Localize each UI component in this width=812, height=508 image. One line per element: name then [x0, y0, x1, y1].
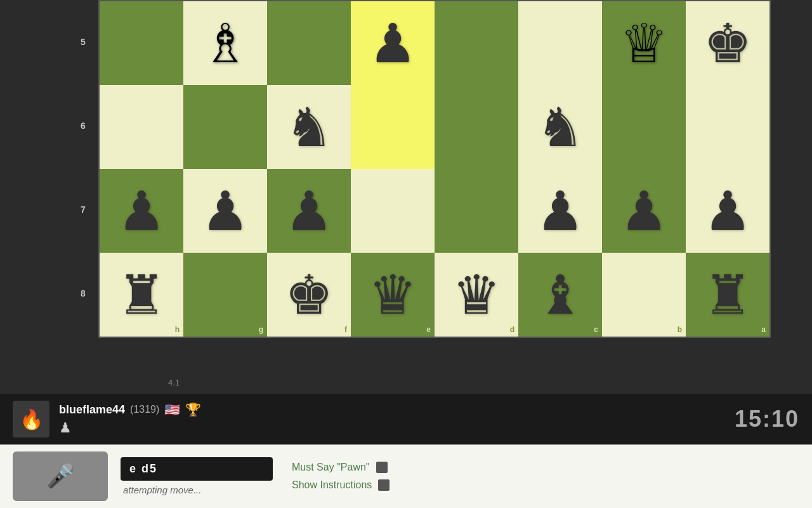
cell-c7: ♟: [518, 169, 602, 253]
rank-label-7: 7: [81, 168, 86, 251]
cell-c6: ♞: [518, 85, 602, 169]
must-say-pawn-label: Must Say "Pawn": [292, 462, 370, 473]
options-area: Must Say "Pawn" Show Instructions: [292, 462, 390, 491]
cell-h8: ♜ h: [100, 253, 183, 337]
board-wrapper: 4.1 5 6 7 8 ♗: [98, 0, 771, 394]
cell-d5: [435, 1, 518, 85]
piece-black-rook-h8: ♜: [100, 253, 183, 337]
piece-black-queen-d8: ♛: [435, 253, 518, 337]
cell-g8: g: [183, 253, 267, 337]
piece-black-pawn-c7: ♟: [518, 169, 602, 253]
cell-b7: ♟: [602, 169, 686, 253]
piece-black-pawn-g7: ♟: [183, 169, 267, 253]
player-name: blueflame44: [59, 403, 125, 417]
move-input-area: e d5 attempting move...: [121, 457, 273, 495]
piece-black-king-e8: ♛: [351, 253, 435, 337]
piece-black-a5: ♚: [686, 1, 769, 85]
rank-label-8: 8: [81, 251, 86, 335]
trophy-icon: 🏆: [185, 402, 201, 417]
cell-a7: ♟: [686, 169, 769, 253]
piece-white-bishop-g5: ♗: [183, 1, 267, 85]
main-container: 4.1 5 6 7 8 ♗: [0, 0, 812, 508]
cell-d6: [435, 85, 518, 169]
show-instructions-checkbox[interactable]: [378, 479, 390, 491]
player-piece-row: ♟: [59, 420, 201, 436]
cell-h7: ♟: [100, 169, 183, 253]
player-info: blueflame44 (1319) 🇺🇸 🏆 ♟: [59, 402, 201, 436]
cell-c5: [518, 1, 602, 85]
bottom-panel: 🎤 e d5 attempting move... Must Say "Pawn…: [0, 444, 812, 508]
player-name-row: blueflame44 (1319) 🇺🇸 🏆: [59, 402, 201, 417]
cell-b6: [602, 85, 686, 169]
player-bar: 🔥 blueflame44 (1319) 🇺🇸 🏆 ♟ 15:10: [0, 394, 812, 444]
board-area: 4.1 5 6 7 8 ♗: [0, 0, 812, 394]
cell-e6: [351, 85, 435, 169]
cell-b8: b: [602, 253, 686, 337]
mic-container: 🎤: [13, 451, 108, 501]
piece-black-pawn-f7: ♟: [267, 169, 351, 253]
piece-black-pawn-e5: ♟: [351, 1, 435, 85]
piece-black-pawn-b7: ♟: [602, 169, 686, 253]
show-instructions-label: Show Instructions: [292, 479, 372, 491]
cell-a5: ♚: [686, 1, 769, 85]
cell-a8: ♜ a: [686, 253, 769, 337]
cell-a6: [686, 85, 769, 169]
move-input-box[interactable]: e d5: [121, 457, 273, 481]
move-status: attempting move...: [121, 485, 273, 495]
piece-black-king-f8: ♚: [267, 253, 351, 337]
cell-b5: ♕: [602, 1, 686, 85]
cell-f8: ♚ f: [267, 253, 351, 337]
must-say-pawn-checkbox[interactable]: [376, 462, 388, 473]
piece-black-knight-f6: ♞: [267, 85, 351, 169]
cell-f7: ♟: [267, 169, 351, 253]
must-say-pawn-row[interactable]: Must Say "Pawn": [292, 462, 390, 473]
cell-h5: [100, 1, 183, 85]
chess-board: ♗ ♟ ♕: [98, 0, 771, 338]
player-rating: (1319): [130, 404, 159, 415]
player-piece-icon: ♟: [59, 420, 72, 436]
piece-black-rook-a8: ♜: [686, 253, 769, 337]
mic-icon: 🎤: [46, 463, 75, 490]
cell-d7: [435, 169, 518, 253]
flag-icon: 🇺🇸: [164, 402, 180, 417]
show-instructions-row[interactable]: Show Instructions: [292, 479, 390, 491]
cell-g6: [183, 85, 267, 169]
cell-d8: ♛ d: [435, 253, 518, 337]
piece-black-knight-c6: ♞: [518, 85, 602, 169]
rank-label-6: 6: [81, 84, 86, 168]
cell-e8: ♛ e: [351, 253, 435, 337]
cell-h6: [100, 85, 183, 169]
rank-label-5: 5: [81, 0, 86, 84]
cell-g5: ♗: [183, 1, 267, 85]
piece-white-queen-b5: ♕: [602, 1, 686, 85]
piece-black-pawn-h7: ♟: [100, 169, 183, 253]
piece-black-pawn-a7: ♟: [686, 169, 769, 253]
player-avatar: 🔥: [13, 401, 49, 438]
cell-g7: ♟: [183, 169, 267, 253]
cell-f5: [267, 1, 351, 85]
cell-e5: ♟: [351, 1, 435, 85]
piece-black-bishop-c8: ♝: [518, 253, 602, 337]
cell-f6: ♞: [267, 85, 351, 169]
cell-c8: ♝ c: [518, 253, 602, 337]
game-timer: 15:10: [735, 406, 799, 432]
cell-e7: [351, 169, 435, 253]
